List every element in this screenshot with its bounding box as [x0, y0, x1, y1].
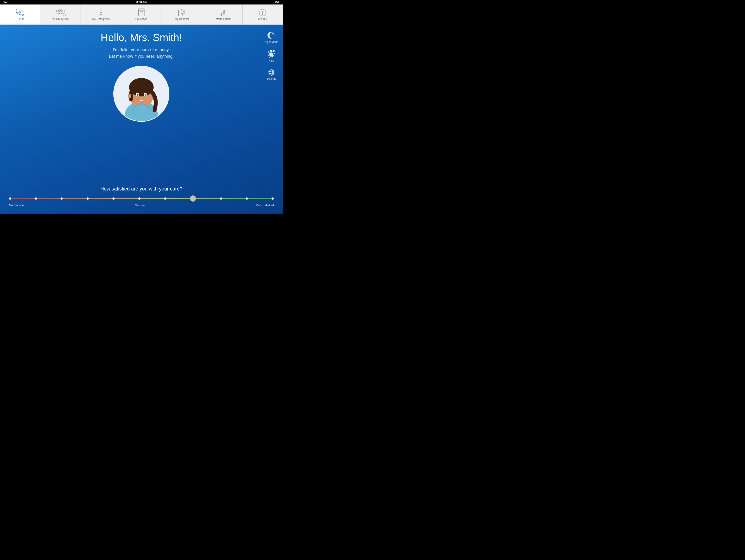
svg-rect-19	[181, 13, 183, 16]
svg-point-44	[128, 94, 131, 98]
svg-point-50	[270, 50, 273, 53]
tab-my-info-label: My Info	[258, 17, 267, 21]
svg-point-30	[262, 11, 263, 12]
status-bar: iPad 8:08 AM 75%	[0, 0, 283, 4]
nurse-image	[114, 66, 169, 122]
kids-icon	[267, 50, 275, 58]
svg-point-42	[137, 94, 138, 94]
chat-icon	[16, 9, 25, 17]
battery-label: 75%	[275, 1, 280, 4]
music-note-icon	[219, 8, 226, 17]
satisfaction-section: How satisfied are you with your care? No…	[0, 186, 283, 207]
svg-rect-24	[183, 13, 185, 14]
settings-label: Settings	[267, 77, 276, 80]
night-mode-label: Night Mode	[265, 40, 278, 43]
slider-handle[interactable]	[190, 195, 196, 202]
subtitle-line1: I'm Julie, your nurse for today.	[113, 47, 170, 52]
svg-point-49	[272, 32, 273, 33]
tab-entertainment[interactable]: Entertainment	[202, 4, 242, 25]
subtitle-line2: Let me know if you need anything.	[109, 54, 174, 59]
gear-icon	[267, 69, 275, 76]
svg-point-48	[273, 34, 274, 35]
slider-dot-4	[87, 197, 89, 200]
svg-line-51	[268, 55, 270, 56]
svg-point-58	[270, 71, 273, 74]
tab-my-info[interactable]: My Info	[242, 4, 283, 25]
greeting-title: Hello, Mrs. Smith!	[101, 31, 182, 43]
svg-point-27	[220, 14, 222, 16]
kids-label: Kids	[269, 59, 274, 62]
night-mode-button[interactable]: Night Mode	[265, 31, 278, 43]
svg-rect-23	[179, 13, 180, 14]
svg-point-4	[63, 10, 65, 12]
svg-point-57	[274, 53, 275, 54]
tab-my-caregivers-2-label: My Caregivers	[92, 18, 109, 21]
slider-dot-7	[164, 197, 166, 200]
svg-line-11	[99, 14, 101, 16]
slider-dots	[9, 195, 274, 202]
tab-home-label: Home	[17, 17, 24, 21]
tab-bar: Home My Caregivers My Caregivers	[0, 4, 283, 25]
svg-line-52	[273, 55, 274, 56]
slider-dot-2	[35, 197, 37, 200]
label-satisfied: Satisfied	[135, 203, 146, 207]
label-very-satisfied: Very Satisfied	[256, 203, 274, 207]
tab-entertainment-label: Entertainment	[214, 18, 231, 21]
slider-dot-3	[61, 197, 63, 200]
svg-point-55	[273, 50, 275, 52]
moon-star-icon	[267, 31, 276, 39]
slider-dot-1	[9, 197, 11, 200]
svg-rect-21	[181, 11, 182, 12]
slider-labels: Not Satisfied Satisfied Very Satisfied	[9, 203, 274, 207]
device-label: iPad	[3, 1, 8, 4]
svg-line-9	[99, 12, 101, 13]
tab-education[interactable]: Education	[121, 4, 162, 25]
main-content: Hello, Mrs. Smith! I'm Julie, your nurse…	[0, 25, 283, 213]
settings-button[interactable]: Settings	[267, 69, 276, 80]
greeting-subtitle: I'm Julie, your nurse for today. Let me …	[109, 47, 174, 60]
satisfaction-question: How satisfied are you with your care?	[9, 186, 274, 192]
svg-point-56	[268, 52, 269, 53]
tab-my-caregivers-2[interactable]: My Caregivers	[81, 4, 121, 25]
caregivers-group-icon	[56, 9, 66, 17]
tab-my-caregivers-1[interactable]: My Caregivers	[40, 4, 81, 25]
person-walk-icon	[98, 8, 104, 17]
satisfaction-slider[interactable]	[9, 196, 274, 201]
svg-point-43	[145, 94, 146, 94]
svg-point-47	[272, 33, 273, 34]
kids-button[interactable]: Kids	[267, 50, 275, 62]
svg-line-54	[272, 57, 273, 58]
svg-point-7	[100, 9, 102, 11]
slider-dot-11	[271, 197, 274, 200]
info-circle-icon	[259, 9, 266, 17]
tab-home[interactable]: Home	[0, 4, 40, 25]
svg-rect-20	[179, 11, 180, 12]
svg-rect-22	[183, 11, 185, 12]
svg-point-28	[223, 13, 225, 15]
svg-line-10	[101, 12, 103, 13]
slider-dot-6	[138, 197, 140, 200]
svg-line-53	[269, 57, 270, 58]
hospital-building-icon	[178, 8, 186, 17]
svg-line-12	[101, 14, 102, 16]
time-label: 8:08 AM	[136, 1, 147, 4]
book-icon	[138, 8, 145, 17]
svg-point-36	[129, 78, 154, 96]
slider-dot-9	[220, 197, 222, 200]
svg-rect-13	[138, 9, 144, 16]
tab-my-caregivers-1-label: My Caregivers	[52, 17, 69, 21]
right-panel: Night Mode Kids Settings	[265, 31, 278, 80]
tab-my-hospital[interactable]: My Hospital	[162, 4, 202, 25]
nurse-avatar	[113, 66, 169, 122]
slider-dot-10	[246, 197, 248, 200]
svg-point-3	[56, 10, 59, 12]
label-not-satisfied: Not Satisfied	[9, 203, 26, 207]
tab-my-hospital-label: My Hospital	[175, 18, 189, 21]
slider-dot-5	[112, 197, 115, 200]
tab-education-label: Education	[135, 18, 147, 21]
